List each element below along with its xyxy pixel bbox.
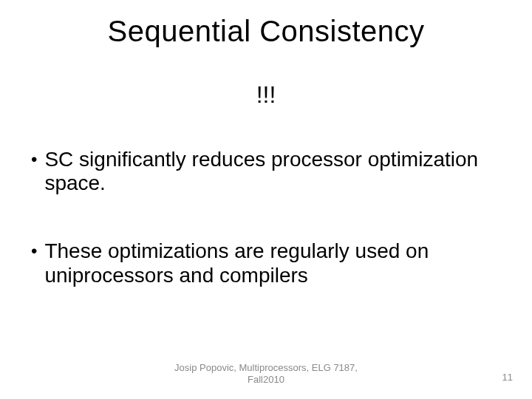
slide: Sequential Consistency !!! • SC signific… <box>0 0 532 399</box>
footer-line: Josip Popovic, Multiprocessors, ELG 7187… <box>0 362 532 374</box>
slide-title: Sequential Consistency <box>0 15 532 48</box>
list-item: • SC significantly reduces processor opt… <box>31 148 510 195</box>
slide-emphasis: !!! <box>0 81 532 109</box>
bullet-dot-icon: • <box>31 239 37 262</box>
bullet-text: These optimizations are regularly used o… <box>44 239 510 287</box>
list-item: • These optimizations are regularly used… <box>31 239 510 287</box>
footer-line: Fall2010 <box>0 374 532 386</box>
bullet-dot-icon: • <box>31 148 37 171</box>
bullet-list: • SC significantly reduces processor opt… <box>31 148 510 332</box>
bullet-text: SC significantly reduces processor optim… <box>44 148 510 195</box>
slide-footer: Josip Popovic, Multiprocessors, ELG 7187… <box>0 362 532 386</box>
page-number: 11 <box>502 372 513 383</box>
